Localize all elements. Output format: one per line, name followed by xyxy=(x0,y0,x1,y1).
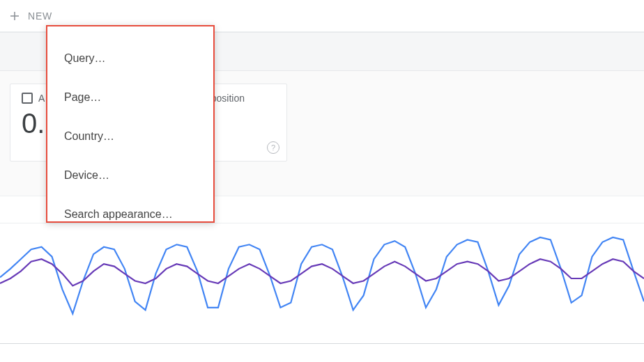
dropdown-item-page[interactable]: Page… xyxy=(47,81,213,114)
new-label: NEW xyxy=(28,10,52,22)
plus-icon xyxy=(8,10,21,22)
dropdown-item-query[interactable]: Query… xyxy=(47,42,213,75)
filter-dropdown: Query… Page… Country… Device… Search app… xyxy=(46,25,215,223)
checkbox-icon[interactable] xyxy=(22,93,33,104)
dropdown-item-search-appearance[interactable]: Search appearance… xyxy=(47,198,213,231)
dropdown-item-device[interactable]: Device… xyxy=(47,159,213,192)
help-icon[interactable]: ? xyxy=(267,141,279,154)
metric-label-text: A xyxy=(38,93,45,104)
chart-series-blue xyxy=(0,237,644,314)
help-glyph: ? xyxy=(271,143,275,152)
new-button[interactable]: NEW xyxy=(8,10,52,22)
chart-series-purple xyxy=(0,259,644,285)
dropdown-item-country[interactable]: Country… xyxy=(47,120,213,153)
